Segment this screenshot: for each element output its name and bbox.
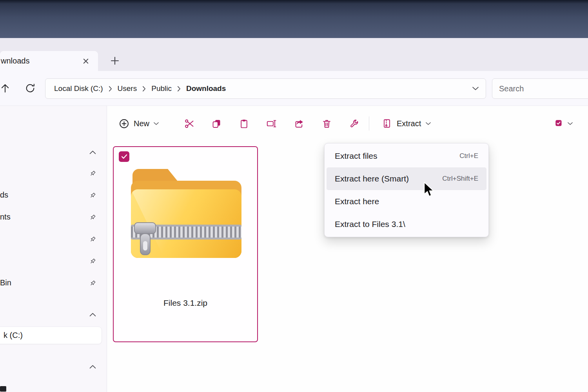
sidebar-pin-button[interactable] [88,234,97,244]
section-collapse-button[interactable] [87,363,98,371]
drive-label: k (C:) [0,331,23,340]
tools-button[interactable] [345,114,363,133]
pin-icon [89,170,96,177]
shortcut-label: Ctrl+E [459,152,478,160]
plus-circle-icon [119,118,129,129]
chevron-down-icon [472,87,479,91]
wrench-icon [349,118,359,129]
check-icon [121,154,127,159]
trash-icon [321,118,332,129]
tab-title: wnloads [0,56,78,65]
extract-menu: Extract files Ctrl+E Extract here (Smart… [324,143,489,237]
breadcrumb[interactable]: Local Disk (C:) Users Public Downloads [45,78,486,99]
delete-button[interactable] [317,114,336,133]
app-body: ds nts Bin [0,106,588,392]
sidebar-item-documents[interactable]: nts [0,212,11,221]
scissors-icon [184,118,195,129]
pin-icon [89,258,96,265]
paste-button[interactable] [234,114,253,133]
breadcrumb-item-public[interactable]: Public [151,84,172,93]
pin-icon [89,279,96,287]
refresh-icon [25,83,36,94]
checkbox-checked-icon [554,119,564,128]
section-collapse-button[interactable] [87,310,98,319]
new-button-label: New [134,119,149,128]
sidebar-item-downloads[interactable]: ds [0,191,8,200]
paste-icon [239,118,249,129]
zip-folder-icon [129,167,243,271]
sidebar-pin-button[interactable] [88,278,97,288]
rename-button[interactable] [262,114,281,133]
menu-item-extract-here[interactable]: Extract here [327,190,486,213]
navigate-up-button[interactable] [0,81,13,96]
files-app-window: wnloads Local Disk (C: [0,0,588,392]
chevron-right-icon [109,86,112,92]
shortcut-label: Ctrl+Shift+E [442,175,478,183]
sidebar: ds nts Bin [0,106,107,392]
up-arrow-icon [0,83,11,94]
address-row: Local Disk (C:) Users Public Downloads [0,71,588,106]
menu-item-extract-here-smart[interactable]: Extract here (Smart) Ctrl+Shift+E [327,167,486,190]
chevron-right-icon [142,86,146,92]
file-item-zip[interactable]: Files 3.1.zip [113,146,258,342]
archive-extract-icon [382,118,392,129]
chevron-right-icon [177,86,181,92]
pin-icon [89,214,96,221]
pin-icon [89,192,96,199]
breadcrumb-item-downloads[interactable]: Downloads [186,84,226,93]
chevron-down-icon [568,122,573,125]
clipped-sidebar-item [0,386,6,392]
section-collapse-button[interactable] [87,148,98,157]
file-name: Files 3.1.zip [114,298,257,308]
extract-button-label: Extract [397,119,421,128]
copy-icon [211,118,222,129]
cut-button[interactable] [180,114,199,133]
copy-button[interactable] [207,114,226,133]
toolbar-divider [369,116,369,131]
tab-downloads[interactable]: wnloads [0,51,98,71]
plus-icon [111,56,119,65]
selection-options-button[interactable] [551,115,576,132]
breadcrumb-item-drive[interactable]: Local Disk (C:) [54,84,103,93]
extract-button[interactable]: Extract [376,114,436,133]
chevron-down-icon [154,122,159,125]
selection-checkbox[interactable] [119,151,129,162]
sidebar-item-local-disk[interactable]: k (C:) [0,327,102,344]
chevron-down-icon [426,122,431,125]
pin-icon [89,236,96,243]
search-box [492,78,588,99]
command-bar: New [107,111,588,136]
chevron-up-icon [89,365,96,369]
address-dropdown-button[interactable] [472,87,479,91]
chevron-up-icon [89,313,96,317]
chevron-up-icon [89,151,96,154]
sidebar-pin-button[interactable] [88,191,97,200]
rename-icon [266,118,277,129]
tab-strip: wnloads [0,38,588,71]
sidebar-item-recycle-bin[interactable]: Bin [0,278,11,287]
menu-item-extract-files[interactable]: Extract files Ctrl+E [327,145,486,167]
close-icon [83,58,89,64]
menu-item-extract-to-folder[interactable]: Extract to Files 3.1\ [327,213,486,236]
sidebar-pin-button[interactable] [88,169,97,178]
sidebar-pin-button[interactable] [88,256,97,266]
share-button[interactable] [290,114,309,133]
search-input[interactable] [492,84,583,93]
new-tab-button[interactable] [109,55,121,67]
tab-close-button[interactable] [80,56,91,66]
sidebar-pin-button[interactable] [88,212,97,222]
titlebar-backdrop [0,0,588,38]
breadcrumb-item-users[interactable]: Users [118,84,137,93]
new-button[interactable]: New [114,114,163,133]
refresh-button[interactable] [23,81,38,96]
share-icon [294,118,305,129]
